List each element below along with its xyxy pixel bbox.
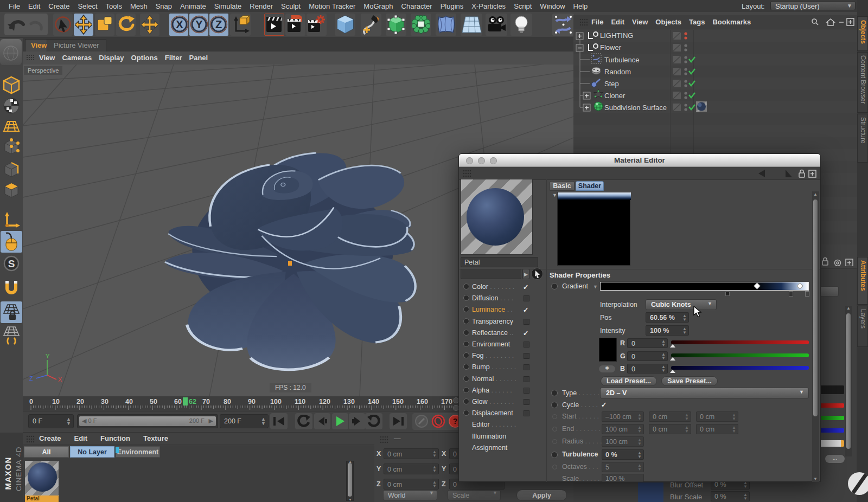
svg-text:?: ? (453, 417, 458, 426)
svg-text:Turbulence: Turbulence (604, 56, 640, 64)
svg-text:Subdivision Surface: Subdivision Surface (604, 104, 667, 112)
svg-text:60: 60 (174, 398, 182, 406)
svg-text:30: 30 (101, 398, 108, 406)
svg-text:90: 90 (248, 398, 256, 406)
svg-text:Cloner: Cloner (604, 92, 626, 100)
svg-text:50: 50 (150, 398, 157, 406)
svg-text:Y: Y (46, 353, 50, 359)
svg-text:20: 20 (76, 398, 84, 406)
svg-text:Z: Z (215, 18, 222, 30)
svg-text:120: 120 (319, 398, 330, 406)
svg-text:70: 70 (202, 398, 210, 406)
svg-text:S: S (8, 258, 15, 269)
svg-text:Random: Random (604, 68, 631, 76)
svg-text:160: 160 (417, 398, 428, 406)
svg-text:40: 40 (125, 398, 133, 406)
svg-text:Z: Z (29, 375, 33, 382)
svg-text:Flower: Flower (600, 43, 622, 52)
svg-text:0: 0 (29, 398, 33, 406)
svg-text:Step: Step (604, 80, 619, 88)
svg-text:10: 10 (52, 398, 60, 406)
svg-text:X: X (176, 18, 183, 30)
svg-text:110: 110 (295, 398, 305, 406)
svg-text:130: 130 (343, 398, 355, 406)
svg-text:80: 80 (224, 398, 231, 406)
svg-text:100: 100 (270, 398, 282, 406)
svg-text:LIGHTING: LIGHTING (600, 31, 633, 40)
svg-text:170: 170 (441, 398, 452, 406)
svg-text:140: 140 (368, 398, 379, 406)
svg-text:62: 62 (189, 398, 196, 406)
svg-text:150: 150 (392, 398, 404, 406)
svg-text:Y: Y (195, 18, 203, 30)
svg-text:X: X (58, 376, 62, 383)
